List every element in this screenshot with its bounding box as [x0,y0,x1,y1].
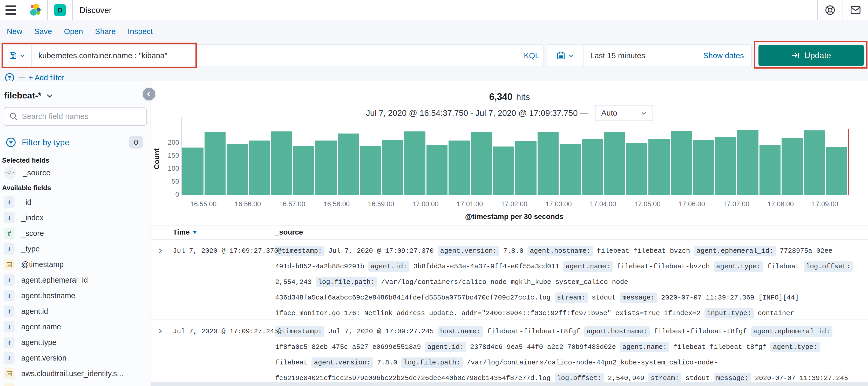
query-bar: kubernetes.container.name : "kibana" KQL [2,44,544,67]
nav-open[interactable]: Open [64,27,83,36]
saved-query-menu-button[interactable] [3,45,32,66]
histogram-bar[interactable] [271,131,292,195]
histogram-plot[interactable] [181,117,847,195]
field-name: azure.auditlogs.properties.ac... [21,385,124,386]
histogram-bar[interactable] [360,146,381,195]
query-input[interactable]: kubernetes.container.name : "kibana" [32,51,520,60]
horizontal-scrollbar[interactable] [151,382,868,386]
y-tick-label: 0 [176,190,179,199]
nav-new[interactable]: New [7,27,22,36]
source-field-value: Jul 7, 2020 @ 17:09:27.370 [328,247,434,255]
histogram-bar[interactable] [582,139,603,195]
x-tick-label: 17:04:00 [590,200,616,208]
field-list-item[interactable]: t agent.id [0,303,151,319]
histogram-bar[interactable] [205,132,226,195]
field-list-item[interactable]: azure.auditlogs.properties.ac... [0,381,151,386]
histogram-bar[interactable] [626,143,648,195]
histogram-bar[interactable] [182,148,204,195]
histogram-bar[interactable] [760,145,781,195]
nav-save[interactable]: Save [34,27,52,36]
field-list-item[interactable]: t _type [0,241,151,257]
newsfeed-button[interactable] [843,0,868,20]
source-field-key: log.offset: [804,261,853,272]
nav-share[interactable]: Share [95,27,116,36]
time-range-value[interactable]: Last 15 minutes [584,51,645,60]
source-field-key: agent.hostname: [527,246,593,256]
field-list-item[interactable]: t _index [0,210,151,226]
index-pattern-switcher[interactable]: filebeat-* [4,90,54,100]
field-name: agent.version [21,354,66,362]
field-list-item[interactable]: t agent.version [0,350,151,366]
kql-language-button[interactable]: KQL [520,45,543,66]
chevron-right-icon [157,328,163,334]
field-item-source[interactable]: </> _source [4,167,51,179]
expand-row-button[interactable] [157,328,163,335]
nav-inspect[interactable]: Inspect [128,27,153,36]
expand-row-button[interactable] [157,247,163,255]
field-list-item[interactable]: # _score [0,226,151,241]
x-tick-label: 16:57:00 [279,200,305,208]
field-list-item[interactable]: t agent.hostname [0,288,151,303]
histogram-bar[interactable] [804,130,825,195]
histogram-bar[interactable] [671,131,692,195]
field-name: agent.type [21,338,56,347]
kibana-discover-page: D Discover New Save Open Share Inspect [0,0,868,386]
histogram-bar[interactable] [427,145,448,195]
histogram-bar[interactable] [826,147,847,195]
update-button[interactable]: Update [758,45,864,66]
histogram-bar[interactable] [382,140,403,195]
histogram-bar[interactable] [293,146,315,195]
histogram-bar[interactable] [515,141,536,195]
field-list-item[interactable]: t agent.name [0,319,151,334]
add-filter-button[interactable]: + Add filter [29,73,64,82]
date-quick-menu-button[interactable] [547,45,584,66]
show-dates-button[interactable]: Show dates [703,51,751,60]
histogram-bar[interactable] [448,141,470,195]
field-list-item[interactable]: @timestamp [0,257,151,272]
chevron-down-icon [20,53,25,58]
field-list-item[interactable]: aws.cloudtrail.user_identity.s... [0,366,151,381]
histogram-bar[interactable] [249,141,270,195]
histogram-bar[interactable] [338,133,359,195]
table-row: Jul 7, 2020 @ 17:09:27.245 @timestamp: J… [151,320,868,386]
histogram-bar[interactable] [560,144,581,195]
x-tick-label: 16:59:00 [368,200,394,208]
histogram-bar[interactable] [315,141,337,195]
field-type-icon: t [4,212,14,224]
histogram-bar[interactable] [693,140,714,195]
row-source-cell: @timestamp: Jul 7, 2020 @ 17:09:27.245 h… [275,320,854,386]
source-field-key: agent.type: [770,342,820,352]
histogram-bar[interactable] [404,131,426,195]
source-field-value: filebeat-filebeat-bvzch [597,247,690,255]
current-time-marker [848,129,849,195]
histogram-bar[interactable] [648,139,670,195]
field-list-item[interactable]: t agent.type [0,334,151,350]
histogram-bar[interactable] [781,138,803,195]
discover-main-panel: 6,340hits Jul 7, 2020 @ 16:54:37.750 - J… [151,81,868,386]
histogram-bar[interactable] [227,144,248,195]
histogram-bar[interactable] [715,137,736,195]
filter-by-type-button[interactable]: Filter by type [5,137,69,148]
histogram-bar[interactable] [537,132,559,195]
histogram-bar[interactable] [493,147,514,195]
field-type-icon: # [4,228,14,239]
field-type-icon [4,259,14,270]
field-list-item[interactable]: t agent.ephemeral_id [0,272,151,288]
histogram-bar[interactable] [471,132,492,195]
elastic-logo[interactable] [22,0,47,20]
source-field-key: log.offset: [555,373,604,383]
help-button[interactable] [818,0,843,20]
chevron-down-icon [641,110,647,116]
collapse-sidebar-button[interactable] [143,88,155,100]
source-field-key: message: [714,373,751,383]
histogram-bar[interactable] [604,132,625,195]
time-column-header[interactable]: Time [173,228,197,236]
histogram-bar[interactable] [737,130,758,195]
field-search-input[interactable] [22,112,146,121]
field-list-item[interactable]: t _id [0,194,151,210]
source-field-value: filebeat-filebeat-t8fgf [654,328,747,335]
source-field-value: filebeat-filebeat-t8fgf [673,343,767,351]
source-field-value: filebeat-filebeat-bvzch [617,263,710,270]
time-header-label: Time [173,228,190,236]
menu-icon[interactable] [0,0,22,20]
